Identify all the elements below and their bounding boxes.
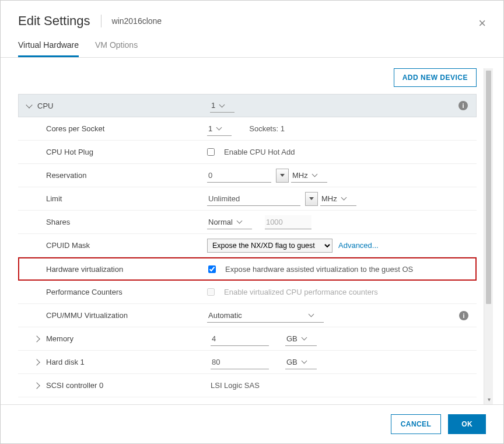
- shares-row: Shares Normal: [18, 211, 477, 234]
- perf-label: Performance Counters: [46, 288, 207, 296]
- cores-per-socket-row: Cores per Socket 1 Sockets: 1: [18, 117, 477, 141]
- sockets-text: Sockets: 1: [249, 124, 285, 133]
- network-select[interactable]: VSS-Servers: [211, 402, 275, 404]
- reservation-unit-select[interactable]: MHz: [291, 169, 327, 183]
- cpu-mmu-row: CPU/MMU Virtualization Automatic i: [18, 304, 477, 327]
- tab-virtual-hardware[interactable]: Virtual Hardware: [18, 34, 79, 57]
- hwvirt-label: Hardware virtualization: [46, 265, 208, 274]
- scrollbar[interactable]: ▾: [484, 68, 493, 404]
- memory-label: Memory: [46, 334, 211, 343]
- limit-dropdown-button[interactable]: [305, 192, 318, 206]
- cpu-section-header[interactable]: CPU 1 i: [18, 94, 477, 117]
- scroll-thumb[interactable]: [486, 71, 491, 304]
- cpuid-label: CPUID Mask: [46, 241, 207, 250]
- info-icon[interactable]: i: [459, 311, 468, 320]
- chevron-right-icon: [33, 335, 40, 342]
- reservation-label: Reservation: [46, 171, 207, 180]
- add-new-device-button[interactable]: ADD NEW DEVICE: [394, 68, 477, 87]
- chevron-right-icon: [33, 382, 40, 389]
- dialog-title: Edit Settings: [18, 13, 90, 29]
- cpuid-mask-row: CPUID Mask Expose the NX/XD flag to gues…: [18, 234, 477, 257]
- perf-checkbox: [207, 288, 215, 296]
- caret-icon: [219, 102, 225, 107]
- cpuid-advanced-link[interactable]: Advanced...: [338, 241, 379, 250]
- performance-counters-row: Performance Counters Enable virtualized …: [18, 281, 477, 304]
- limit-unit-select[interactable]: MHz: [320, 192, 356, 206]
- header-divider: [101, 15, 102, 27]
- memory-row[interactable]: Memory GB: [18, 327, 477, 351]
- disk-input[interactable]: [211, 355, 269, 369]
- chevron-right-icon: [33, 359, 40, 365]
- scroll-down-icon[interactable]: ▾: [485, 396, 492, 403]
- caret-icon: [341, 195, 346, 201]
- caret-icon: [309, 312, 314, 317]
- vm-name: win2016clone: [112, 16, 162, 26]
- chevron-down-icon: [26, 102, 32, 108]
- mmu-label: CPU/MMU Virtualization: [46, 311, 207, 320]
- hard-disk-row[interactable]: Hard disk 1 GB: [18, 351, 477, 374]
- disk-label: Hard disk 1: [46, 358, 211, 366]
- perf-text: Enable virtualized CPU performance count…: [224, 288, 378, 296]
- add-device-row: ADD NEW DEVICE: [18, 68, 477, 94]
- network-adapter-row[interactable]: Network adapter 1 VSS-Servers Connect...: [18, 397, 477, 404]
- edit-settings-dialog: Edit Settings win2016clone × Virtual Har…: [0, 0, 504, 444]
- caret-icon: [312, 172, 317, 177]
- caret-icon: [216, 125, 222, 131]
- content-panel: ADD NEW DEVICE CPU 1 i Cores per Socket …: [18, 68, 484, 404]
- close-icon[interactable]: ×: [478, 17, 486, 30]
- shares-value-input[interactable]: [265, 215, 312, 229]
- cpu-label: CPU: [37, 102, 210, 110]
- cores-label: Cores per Socket: [46, 124, 207, 133]
- cpu-count-select[interactable]: 1: [210, 99, 235, 113]
- limit-row: Limit MHz: [18, 187, 477, 211]
- disk-unit-select[interactable]: GB: [285, 355, 317, 369]
- memory-input[interactable]: [211, 332, 269, 346]
- cpuid-select[interactable]: Expose the NX/XD flag to guest: [207, 239, 332, 253]
- cores-select[interactable]: 1: [207, 122, 232, 136]
- cancel-button[interactable]: CANCEL: [391, 414, 441, 434]
- tab-bar: Virtual Hardware VM Options: [1, 34, 503, 58]
- scsi-label: SCSI controller 0: [46, 381, 211, 390]
- mmu-select[interactable]: Automatic: [207, 309, 324, 323]
- caret-icon: [301, 358, 307, 364]
- hwvirt-text: Expose hardware assisted virtualization …: [225, 265, 413, 274]
- cpu-hot-plug-row: CPU Hot Plug Enable CPU Hot Add: [18, 141, 477, 164]
- tab-vm-options[interactable]: VM Options: [95, 34, 138, 57]
- scsi-controller-row[interactable]: SCSI controller 0 LSI Logic SAS: [18, 374, 477, 397]
- ok-button[interactable]: OK: [448, 414, 486, 434]
- dialog-body: ADD NEW DEVICE CPU 1 i Cores per Socket …: [1, 58, 503, 404]
- hotplug-text: Enable CPU Hot Add: [224, 148, 295, 156]
- shares-select[interactable]: Normal: [207, 215, 252, 229]
- hwvirt-checkbox[interactable]: [208, 265, 216, 273]
- shares-label: Shares: [46, 218, 207, 226]
- dialog-header: Edit Settings win2016clone ×: [1, 1, 503, 34]
- caret-icon: [236, 218, 242, 224]
- info-icon[interactable]: i: [459, 101, 468, 110]
- scsi-value: LSI Logic SAS: [211, 381, 260, 390]
- limit-input[interactable]: [207, 192, 300, 206]
- reservation-row: Reservation MHz: [18, 164, 477, 187]
- hotplug-checkbox[interactable]: [207, 148, 215, 156]
- limit-label: Limit: [46, 194, 207, 203]
- hotplug-label: CPU Hot Plug: [46, 148, 207, 156]
- caret-icon: [301, 335, 307, 341]
- memory-unit-select[interactable]: GB: [285, 332, 317, 346]
- hardware-virtualization-row: Hardware virtualization Expose hardware …: [18, 257, 477, 281]
- dialog-footer: CANCEL OK: [1, 404, 503, 443]
- reservation-input[interactable]: [207, 169, 271, 183]
- reservation-dropdown-button[interactable]: [276, 169, 289, 183]
